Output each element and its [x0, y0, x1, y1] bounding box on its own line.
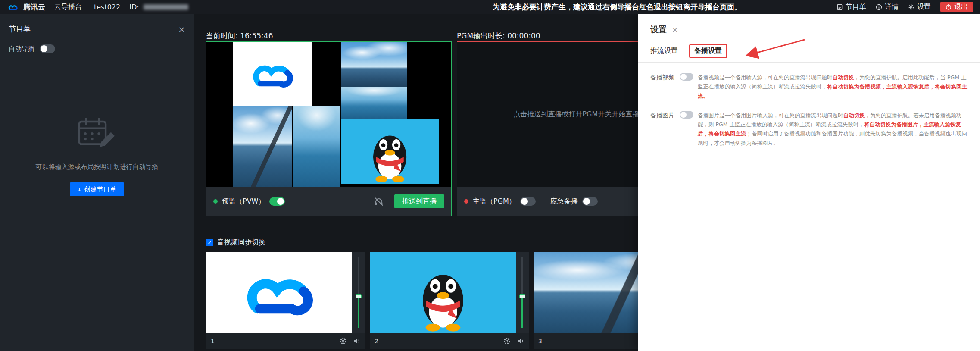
source-thumbnails: 1 2	[206, 252, 693, 349]
push-to-live-button[interactable]: 推送到直播	[394, 194, 444, 208]
tencent-cloud-logo-icon	[7, 3, 19, 11]
close-icon[interactable]: ×	[178, 25, 185, 34]
emergency-backup-label: 应急备播	[550, 197, 578, 206]
exit-label: 退出	[954, 3, 968, 12]
pvw-monitor: 预监（PVW） 推送到直播	[206, 41, 452, 216]
create-playlist-label: 创建节目单	[84, 185, 116, 194]
backup-video-row: 备播视频 备播视频是一个备用输入源，可在您的直播流出现问题时自动切换，为您的直播…	[650, 73, 967, 100]
backup-image-toggle[interactable]	[680, 111, 693, 119]
auto-director-label: 自动导播	[9, 45, 34, 53]
gear-icon	[908, 4, 914, 10]
backup-image-label: 备播图片	[650, 111, 675, 119]
av-sync-label: 音视频同步切换	[217, 238, 265, 247]
divider	[638, 62, 980, 63]
pgm-toggle[interactable]	[520, 197, 536, 206]
menu-label: 详情	[885, 3, 899, 12]
playlist-sidebar: 节目单 × 自动导播 可以将输入源或布局按照计划进行自动导播 + 创建节目单	[0, 14, 194, 351]
pvw-label: 预监（PVW）	[222, 197, 265, 206]
speaker-icon[interactable]	[353, 337, 361, 345]
pgm-duration-value: 00:00:00	[507, 31, 540, 40]
cloud-director-console: 腾讯云 云导播台 test022 ID: 为避免非必要计费产生，建议通过右侧导播…	[0, 0, 980, 351]
brand-area: 腾讯云 云导播台 test022 ID:	[7, 2, 188, 12]
tencent-cloud-logo-image	[246, 42, 300, 106]
pvw-toggle[interactable]	[269, 197, 285, 206]
calendar-pencil-icon	[75, 116, 119, 152]
account-name: test022	[94, 3, 120, 11]
backup-video-label: 备播视频	[650, 73, 675, 81]
tab-push-stream-settings[interactable]: 推流设置	[650, 45, 678, 57]
brand-name: 腾讯云	[23, 2, 45, 12]
playlist-icon	[836, 4, 843, 10]
exit-button[interactable]: 退出	[940, 2, 973, 12]
backup-video-description: 备播视频是一个备用输入源，可在您的直播流出现问题时自动切换，为您的直播护航。启用…	[698, 73, 967, 100]
source-1-video[interactable]	[206, 252, 352, 333]
pgm-status-dot	[464, 199, 468, 204]
topbar: 腾讯云 云导播台 test022 ID: 为避免非必要计费产生，建议通过右侧导播…	[0, 0, 980, 14]
layer-seascape-left	[233, 106, 292, 187]
backup-image-description: 备播图片是一个备用图片输入源，可在您的直播流出现问题时自动切换，为您的直播护航。…	[698, 111, 967, 147]
layer-sky-image	[341, 42, 407, 87]
pgm-duration: PGM输出时长: 00:00:00	[457, 31, 540, 41]
pvw-video-preview	[206, 42, 451, 187]
source-2-volume-strip	[516, 252, 529, 333]
check-icon: ✓	[207, 240, 212, 246]
pvw-status-dot	[213, 199, 218, 204]
tab-backup-settings[interactable]: 备播设置	[689, 44, 727, 58]
gear-icon[interactable]	[339, 337, 347, 345]
divider	[50, 4, 50, 10]
create-playlist-button[interactable]: + 创建节目单	[70, 182, 124, 196]
volume-slider[interactable]	[521, 257, 523, 328]
source-2-video[interactable]	[370, 252, 516, 333]
menu-item-settings[interactable]: 设置	[908, 3, 931, 12]
power-icon	[946, 4, 952, 10]
annotation-arrow-icon	[741, 36, 810, 60]
layer-ocean-image	[341, 87, 407, 119]
account-id-masked	[144, 4, 188, 10]
plus-icon: +	[78, 186, 81, 193]
audio-monitor-off-icon[interactable]	[374, 196, 384, 207]
source-2-info-bar: 2	[370, 333, 529, 349]
billing-warning-text: 为避免非必要计费产生，建议通过右侧导播台红色退出按钮离开导播台页面。	[493, 2, 742, 12]
settings-title: 设置	[650, 24, 667, 35]
backup-image-row: 备播图片 备播图片是一个备用图片输入源，可在您的直播流出现问题时自动切换，为您的…	[650, 111, 967, 147]
sidebar-title: 节目单	[9, 24, 178, 34]
qq-penguin-image	[378, 263, 508, 333]
close-icon[interactable]: ×	[672, 26, 678, 34]
empty-hint-text: 可以将输入源或布局按照计划进行自动导播	[0, 163, 194, 171]
source-thumb-1: 1	[206, 252, 365, 349]
source-index: 2	[375, 338, 378, 345]
current-time-label: 当前时间:	[206, 31, 238, 40]
menu-item-details[interactable]: 详情	[876, 3, 899, 12]
source-index: 3	[538, 338, 542, 345]
playlist-empty-state: 可以将输入源或布局按照计划进行自动导播 + 创建节目单	[0, 116, 194, 196]
pgm-duration-label: PGM输出时长:	[457, 31, 505, 40]
volume-knob[interactable]	[519, 294, 525, 298]
av-sync-checkbox[interactable]: ✓	[206, 239, 213, 246]
menu-label: 设置	[917, 3, 931, 12]
emergency-backup-toggle[interactable]	[582, 197, 598, 206]
current-time-value: 16:55:46	[240, 31, 273, 40]
product-name: 云导播台	[54, 3, 82, 12]
layer-qq-penguin	[341, 119, 439, 184]
volume-knob[interactable]	[356, 294, 362, 298]
menu-item-playlist[interactable]: 节目单	[836, 3, 866, 12]
backup-video-toggle[interactable]	[680, 73, 693, 81]
current-time: 当前时间: 16:55:46	[206, 31, 273, 41]
volume-fill	[358, 296, 359, 328]
av-sync-row: ✓ 音视频同步切换	[206, 238, 265, 247]
speaker-icon[interactable]	[517, 337, 524, 345]
source-1-volume-strip	[352, 252, 365, 333]
account-id-label: ID:	[129, 3, 139, 11]
volume-slider[interactable]	[358, 257, 359, 328]
pvw-control-bar: 预监（PVW） 推送到直播	[206, 187, 451, 216]
source-thumb-2: 2	[370, 252, 529, 349]
menu-label: 节目单	[846, 3, 866, 12]
settings-panel: 设置 × 推流设置 备播设置 备播视频 备播视频是一个备用输入源，可在您的直播流…	[638, 14, 980, 351]
auto-director-toggle[interactable]	[40, 44, 55, 53]
tencent-cloud-logo-image	[236, 260, 323, 325]
divider	[125, 4, 125, 10]
layer-seascape-right	[293, 106, 340, 187]
gear-icon[interactable]	[503, 337, 511, 345]
source-index: 1	[211, 338, 215, 345]
info-icon	[876, 4, 882, 10]
